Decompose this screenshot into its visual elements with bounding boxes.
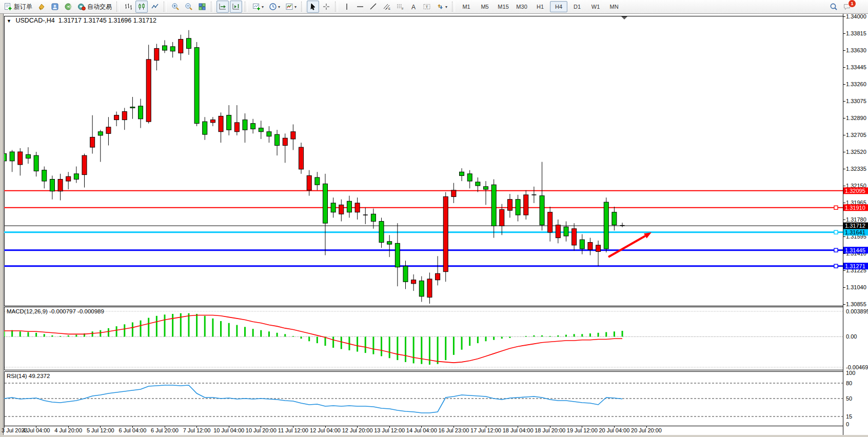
toolbar-separator (211, 2, 214, 12)
rsi-level-label: 0 (846, 421, 849, 427)
price-tag: 1.31271 (845, 263, 865, 269)
svg-text:F: F (402, 7, 404, 10)
rsi-indicator-label: RSI(14) 49.2372 (7, 373, 50, 379)
price-tick-label: 1.33260 (846, 81, 866, 87)
notification-badge: 1 (848, 0, 856, 8)
text-label-button[interactable]: T (421, 1, 433, 13)
timeframe-d1-button[interactable]: D1 (568, 1, 586, 12)
periods-button[interactable]: ▾ (267, 1, 282, 13)
vertical-line-button[interactable] (341, 1, 353, 13)
rsi-level-label: 80 (846, 380, 852, 386)
time-tick-label: 18 Jul 04:00 (503, 427, 534, 433)
svg-text:A: A (411, 4, 416, 11)
support-line-2-endpoint-handle[interactable] (834, 264, 838, 268)
price-tick-label: 1.30855 (846, 301, 866, 307)
mt4-window: 新订单自动交易▾▾▾EFAT▾M1M5M15M30H1H4D1W1MN1 1.3… (0, 0, 868, 437)
time-tick-label: 7 Jul 12:00 (183, 427, 211, 433)
clock-icon (269, 3, 277, 11)
chart-shift-button[interactable] (230, 1, 242, 13)
toolbar-right-group: 1 (827, 1, 868, 13)
timeframe-m30-button[interactable]: M30 (513, 1, 530, 12)
support-line-1-endpoint-handle[interactable] (834, 248, 838, 252)
macd-scale-label: 0.003895 (846, 308, 868, 314)
time-axis[interactable]: 3 Jul 20234 Jul 04:004 Jul 20:005 Jul 12… (2, 426, 662, 434)
signals-button[interactable] (62, 1, 74, 13)
auto-trading-button[interactable]: 自动交易 (75, 1, 114, 13)
editor-icon (37, 3, 46, 11)
time-tick-label: 12 Jul 04:00 (310, 427, 341, 433)
zoom-in-button[interactable] (169, 1, 182, 13)
notifications-button[interactable]: 1 (841, 1, 861, 13)
rsi-level-label: 15 (846, 413, 852, 420)
window-bottom-border (0, 435, 868, 437)
price-tag: 1.31641 (845, 229, 865, 235)
macd-indicator-label: MACD(12,26,9) -0.000797 -0.000989 (7, 308, 104, 314)
new-order-button[interactable]: 新订单 (2, 1, 34, 13)
time-tick-label: 17 Jul 12:00 (470, 427, 501, 433)
indicators-icon (252, 3, 261, 11)
text-a-icon: A (409, 3, 418, 11)
new-order-button-label: 新订单 (14, 3, 32, 11)
arrows-button[interactable]: ▾ (434, 1, 449, 13)
tile-windows-button[interactable] (196, 1, 208, 13)
rsi-level-label: 50 (846, 395, 852, 402)
chart-symbol-period: USDCAD-,H4 (15, 17, 54, 24)
time-tick-label: 16 Jul 23:00 (438, 427, 469, 433)
chart-canvas[interactable]: 1.340001.338151.336301.334451.332601.330… (0, 0, 868, 437)
chevron-down-icon[interactable]: ▾ (294, 5, 297, 9)
zoom-in-icon (171, 3, 180, 11)
price-tick-label: 1.32335 (846, 166, 866, 172)
timeframe-m5-button[interactable]: M5 (476, 1, 494, 12)
crosshair-button[interactable] (320, 1, 332, 13)
price-tag: 1.31445 (845, 247, 865, 253)
timeframe-h4-button[interactable]: H4 (550, 1, 567, 12)
time-tick-label: 11 Jul 12:00 (278, 427, 308, 433)
pivot-line-endpoint-handle[interactable] (834, 230, 838, 234)
time-tick-label: 18 Jul 20:00 (535, 427, 565, 433)
new-order-icon (4, 3, 12, 11)
search-button[interactable] (827, 1, 840, 13)
templates-button[interactable]: ▾ (283, 1, 299, 13)
time-tick-label: 5 Jul 12:00 (87, 427, 114, 433)
timeframe-m15-button[interactable]: M15 (495, 1, 512, 12)
signal-icon (64, 3, 72, 11)
fibo-icon: F (396, 3, 404, 11)
autotrade-icon (77, 3, 86, 11)
timeframe-h1-button[interactable]: H1 (531, 1, 549, 12)
timeframe-w1-button[interactable]: W1 (587, 1, 604, 12)
candlestick-mode-button[interactable] (135, 1, 148, 13)
price-tick-label: 1.32705 (846, 132, 866, 138)
price-tag: 1.32095 (845, 188, 865, 194)
horizontal-line-button[interactable] (354, 1, 366, 13)
text-button[interactable]: A (407, 1, 420, 13)
bar-chart-mode-button[interactable] (122, 1, 134, 13)
candlestick-icon (137, 3, 146, 11)
cursor-button[interactable] (307, 1, 319, 13)
timeframe-mn-button[interactable]: MN (605, 1, 623, 12)
metaeditor-button[interactable] (35, 1, 48, 13)
price-tick-label: 1.33630 (846, 47, 866, 53)
fibonacci-button[interactable]: F (394, 1, 406, 13)
chevron-down-icon[interactable]: ▾ (262, 5, 264, 9)
timeframe-m1-button[interactable]: M1 (458, 1, 475, 12)
chart-title[interactable]: ▼ USDCAD-,H4 1.31717 1.31745 1.31696 1.3… (7, 17, 156, 24)
window-left-border (0, 14, 3, 435)
crosshair-icon (322, 3, 330, 11)
line-chart-mode-button[interactable] (149, 1, 161, 13)
channel-button[interactable]: E (381, 1, 393, 13)
market-watch-button[interactable] (49, 1, 61, 13)
chevron-down-icon[interactable]: ▾ (278, 5, 280, 9)
time-tick-label: 6 Jul 20:00 (151, 427, 179, 433)
indicators-button[interactable]: ▾ (250, 1, 266, 13)
chart-title-dropdown-icon[interactable]: ▼ (7, 18, 11, 24)
profile-icon (51, 3, 59, 11)
time-tick-label: 4 Jul 20:00 (54, 427, 82, 433)
chevron-down-icon[interactable]: ▾ (445, 5, 447, 9)
time-tick-label: 4 Jul 04:00 (23, 427, 50, 433)
auto-scroll-button[interactable] (216, 1, 229, 13)
zoom-out-button[interactable] (183, 1, 195, 13)
toolbar-separator (301, 2, 304, 12)
time-tick-label: 6 Jul 04:00 (119, 427, 146, 433)
trendline-button[interactable] (367, 1, 380, 13)
resistance-line-2-endpoint-handle[interactable] (834, 206, 838, 209)
